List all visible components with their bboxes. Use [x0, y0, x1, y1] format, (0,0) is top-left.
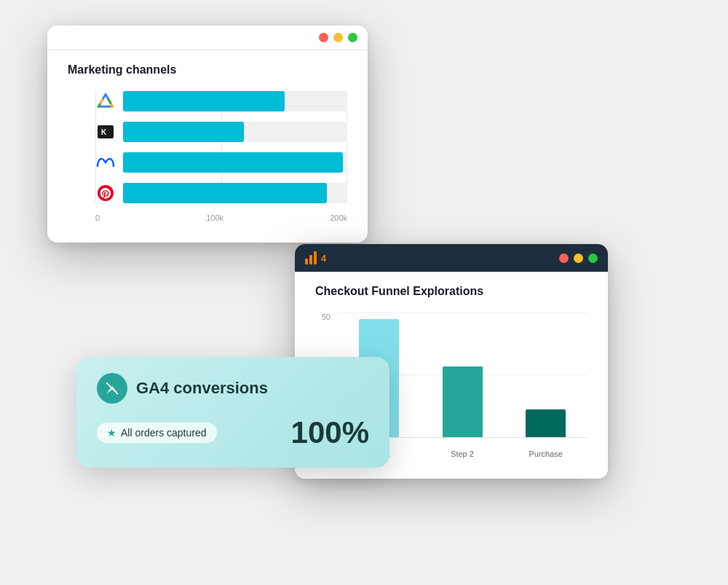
x-axis-labels: 0 100k 200k	[68, 213, 347, 222]
bar-icon-2	[309, 255, 312, 264]
svg-point-4	[98, 185, 114, 201]
marketing-content: Marketing channels	[47, 50, 368, 243]
ga4-app-icon-group: 4	[305, 251, 326, 264]
card-header: GA4 conversions	[97, 373, 369, 404]
all-orders-badge: ★ All orders captured	[97, 423, 217, 443]
title-bar-marketing	[47, 25, 368, 50]
title-bar-ga4: 4	[295, 244, 608, 272]
ga4-superscript: 4	[321, 253, 326, 264]
bar-chart-icon	[305, 251, 317, 264]
svg-text:K: K	[101, 128, 107, 136]
bar-fill-meta	[123, 152, 343, 173]
card-percentage: 100%	[291, 415, 369, 450]
bar-icon-1	[305, 259, 308, 264]
card-title: GA4 conversions	[136, 379, 268, 398]
close-button-marketing[interactable]	[319, 33, 328, 42]
marketing-channels-window: Marketing channels	[47, 25, 368, 243]
marketing-chart-area: K	[68, 91, 347, 203]
google-ads-icon	[95, 91, 116, 111]
keywords-icon: K	[95, 122, 116, 142]
x-label-step2: Step 2	[421, 449, 505, 458]
minimize-button-ga4[interactable]	[574, 254, 583, 263]
x-label-200k: 200k	[330, 213, 347, 222]
bar-fill-keywords	[123, 122, 244, 142]
scene: Marketing channels	[0, 0, 728, 585]
x-label-100k: 100k	[206, 213, 223, 222]
bar-track-meta	[123, 152, 347, 173]
bar-row-pinterest	[95, 183, 347, 203]
bar-row-meta	[95, 152, 347, 173]
marketing-chart-title: Marketing channels	[68, 63, 347, 76]
bar-icon-3	[314, 251, 317, 264]
y-label-50: 50	[322, 313, 333, 321]
funnel-bar-purchase	[504, 313, 587, 437]
x-label-0: 0	[95, 213, 100, 222]
signal-slash-icon	[104, 380, 120, 396]
x-label-purchase: Purchase	[504, 449, 587, 458]
minimize-button-marketing[interactable]	[333, 33, 343, 42]
card-body: ★ All orders captured 100%	[97, 415, 369, 450]
ga4-conversions-icon-circle	[97, 373, 127, 404]
keyword-mark: K	[98, 125, 114, 138]
bar-row-keywords: K	[95, 122, 347, 142]
funnel-bar-step2	[421, 313, 505, 437]
pinterest-icon	[95, 183, 116, 203]
bar-track-google-ads	[123, 91, 347, 111]
meta-icon	[95, 152, 116, 173]
ga4-conversions-card: GA4 conversions ★ All orders captured 10…	[76, 357, 389, 468]
ga4-chart-title: Checkout Funnel Explorations	[315, 285, 587, 298]
bar-purchase	[526, 409, 566, 437]
bar-row-google-ads	[95, 91, 347, 111]
badge-text: All orders captured	[121, 427, 207, 439]
maximize-button-ga4[interactable]	[588, 254, 598, 263]
bar-step2	[443, 366, 483, 437]
maximize-button-marketing[interactable]	[348, 33, 357, 42]
bar-fill-google-ads	[123, 91, 285, 111]
bar-track-keywords	[123, 122, 347, 142]
close-button-ga4[interactable]	[559, 254, 569, 263]
bar-fill-pinterest	[123, 183, 327, 203]
bar-track-pinterest	[123, 183, 347, 203]
badge-star-icon: ★	[107, 427, 116, 439]
